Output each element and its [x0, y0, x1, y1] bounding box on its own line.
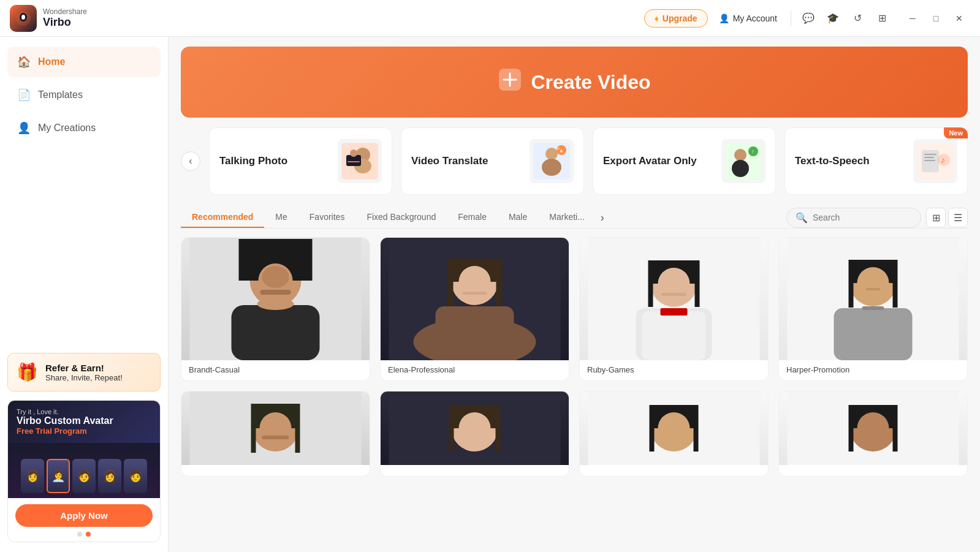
avatar-card-brandt[interactable]: Brandt-Casual — [181, 237, 370, 381]
svg-rect-61 — [849, 260, 854, 308]
svg-point-34 — [257, 298, 294, 310]
svg-rect-26 — [924, 157, 934, 158]
sidebar-item-home[interactable]: 🏠 Home — [7, 47, 161, 77]
svg-rect-46 — [463, 292, 487, 295]
avatar-name-ruby: Ruby-Games — [580, 360, 768, 380]
list-view-button[interactable]: ☰ — [948, 208, 968, 227]
maximize-button[interactable]: □ — [925, 9, 947, 28]
svg-rect-58 — [834, 308, 913, 360]
history-icon[interactable]: ↺ — [848, 9, 867, 28]
avatar-thumb-5: 🧑 — [124, 459, 147, 493]
avatar-img-ruby — [580, 238, 768, 360]
avatar-img-8 — [779, 391, 967, 465]
svg-rect-83 — [694, 405, 699, 452]
svg-point-10 — [350, 149, 357, 157]
avatar-card-ruby[interactable]: Ruby-Games — [579, 237, 769, 381]
education-icon[interactable]: 🎓 — [823, 9, 843, 28]
close-button[interactable]: ✕ — [948, 9, 970, 28]
svg-point-20 — [732, 160, 749, 177]
tab-male-label: Male — [509, 212, 527, 222]
avatar-img-harper — [779, 238, 967, 360]
avatar-name-6 — [381, 465, 569, 476]
feature-card-video-translate-text: Video Translate — [411, 154, 522, 168]
avatar-img-elena — [381, 238, 569, 360]
create-video-icon — [498, 67, 522, 97]
avatar-card-6[interactable] — [380, 391, 569, 477]
tab-marketing[interactable]: Marketi... — [538, 207, 596, 228]
tab-female[interactable]: Female — [447, 207, 498, 228]
grid-icon[interactable]: ⊞ — [872, 9, 892, 28]
upgrade-button[interactable]: ♦ Upgrade — [644, 9, 708, 28]
avatar-card-5[interactable] — [181, 391, 370, 477]
svg-point-2 — [21, 15, 25, 20]
logo-text: Wondershare Virbo — [43, 7, 87, 29]
crown-icon: ♦ — [655, 13, 659, 23]
avatar-thumb-3: 🧑 — [72, 459, 96, 493]
search-icon: 🔍 — [796, 212, 808, 224]
feature-card-export-avatar[interactable]: Export Avatar Only ↑ — [593, 127, 776, 195]
search-input[interactable] — [813, 213, 912, 222]
grid-view-button[interactable]: ⊞ — [926, 208, 946, 227]
feature-card-video-translate[interactable]: Video Translate A 中 — [401, 127, 584, 195]
logo-name: Virbo — [43, 16, 87, 29]
tab-favorites[interactable]: Favorites — [298, 207, 356, 228]
account-button[interactable]: 👤 My Account — [713, 10, 783, 27]
svg-rect-72 — [262, 436, 289, 439]
tab-fixed-bg-label: Fixed Background — [367, 212, 436, 222]
upgrade-label: Upgrade — [663, 13, 697, 23]
avatar-img-brandt — [181, 238, 370, 360]
minimize-button[interactable]: ─ — [902, 9, 924, 28]
svg-point-90 — [857, 412, 889, 444]
promo-title: Virbo Custom Avatar — [17, 415, 151, 426]
svg-point-71 — [260, 412, 292, 444]
svg-point-63 — [857, 267, 889, 299]
avatar-promo-card: Try it , Love it. Virbo Custom Avatar Fr… — [7, 400, 161, 542]
content-area: Create Video ‹ Talking Photo — [169, 37, 980, 552]
create-video-banner[interactable]: Create Video — [181, 47, 968, 118]
avatar-card-elena[interactable]: Elena-Professional — [380, 237, 569, 381]
refer-earn-promo[interactable]: 🎁 Refer & Earn! Share, Invite, Repeat! — [7, 353, 161, 391]
svg-rect-88 — [849, 405, 854, 452]
sidebar-item-templates[interactable]: 📄 Templates — [7, 80, 161, 110]
window-controls: ─ □ ✕ — [902, 9, 970, 28]
dot-2 — [86, 532, 91, 537]
apply-now-label: Apply Now — [60, 510, 108, 521]
home-icon: 🏠 — [17, 55, 31, 69]
feature-card-talking-photo-text: Talking Photo — [219, 154, 330, 168]
avatar-card-harper[interactable]: Harper-Promotion — [778, 237, 968, 381]
titlebar: Wondershare Virbo ♦ Upgrade 👤 My Account… — [0, 0, 980, 37]
sidebar-item-my-creations[interactable]: 👤 My Creations — [7, 113, 161, 143]
avatar-thumb-2: 👩‍💼 — [47, 459, 70, 493]
dot-1 — [77, 532, 82, 537]
apply-now-button[interactable]: Apply Now — [15, 504, 153, 527]
tabs-more-button[interactable]: › — [596, 209, 609, 227]
gift-icon: 🎁 — [17, 362, 38, 382]
tab-fixed-background[interactable]: Fixed Background — [355, 207, 447, 228]
svg-point-36 — [262, 266, 289, 288]
tab-me[interactable]: Me — [264, 207, 298, 228]
svg-rect-49 — [642, 311, 706, 360]
avatar-promo-header: Try it , Love it. Virbo Custom Avatar Fr… — [8, 401, 160, 443]
avatar-card-7[interactable] — [579, 391, 769, 477]
avatar-promo-lower: Apply Now — [8, 498, 160, 542]
feature-card-text-to-speech-title: Text-to-Speech — [795, 154, 906, 168]
avatar-name-8 — [779, 465, 967, 476]
svg-point-19 — [734, 149, 746, 161]
sidebar: 🏠 Home 📄 Templates 👤 My Creations 🎁 Refe… — [0, 37, 169, 552]
svg-rect-89 — [893, 405, 898, 452]
feature-card-talking-photo[interactable]: Talking Photo — [209, 127, 392, 195]
feature-card-talking-photo-title: Talking Photo — [219, 154, 330, 168]
search-box: 🔍 — [786, 208, 921, 228]
svg-point-84 — [658, 412, 690, 444]
svg-rect-82 — [650, 405, 655, 452]
my-creations-icon: 👤 — [17, 121, 31, 135]
feature-card-text-to-speech[interactable]: New Text-to-Speech ♪ — [784, 127, 968, 195]
avatar-card-8[interactable] — [778, 391, 968, 477]
carousel-prev-button[interactable]: ‹ — [181, 151, 200, 171]
tab-recommended[interactable]: Recommended — [181, 207, 264, 228]
avatar-img-5 — [181, 391, 370, 465]
tab-male[interactable]: Male — [498, 207, 538, 228]
feature-card-video-translate-title: Video Translate — [411, 154, 522, 168]
chat-icon[interactable]: 💬 — [799, 9, 818, 28]
tab-marketing-label: Marketi... — [549, 212, 585, 222]
